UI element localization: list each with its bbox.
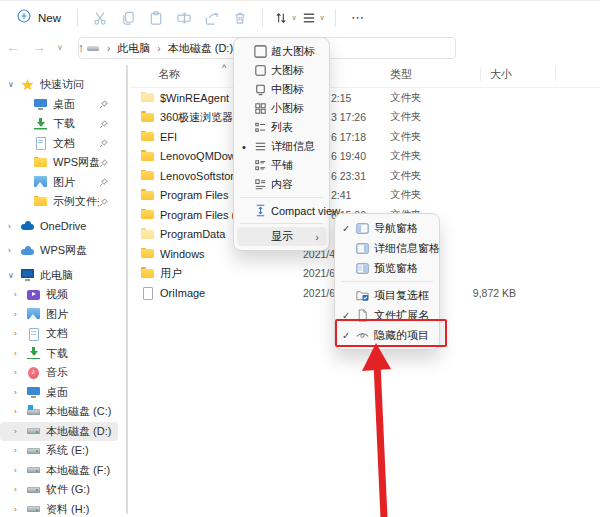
sidebar-item[interactable]: › 文档 (0, 324, 118, 344)
file-name: Program Files (160, 189, 228, 201)
sidebar-item-label: 资料 (H:) (46, 502, 118, 517)
back-button[interactable]: ← (0, 40, 26, 55)
file-row[interactable]: EFI 6 17:18 文件夹 (130, 127, 600, 147)
breadcrumb-local-disk-d[interactable]: 本地磁盘 (D:) (168, 41, 233, 56)
sidebar-item-label: 音乐 (46, 365, 118, 380)
expander-chevron-icon[interactable]: › (14, 407, 27, 416)
sidebar-item[interactable]: 图片 (0, 173, 118, 193)
sidebar-item[interactable]: › 本地磁盘 (C:) (0, 402, 118, 422)
sidebar-item-icon (27, 503, 40, 515)
expander-chevron-icon[interactable]: › (14, 368, 27, 377)
menu-item-medium-icons[interactable]: 中图标 (237, 80, 326, 99)
pin-icon (99, 95, 108, 113)
new-button[interactable]: New (8, 5, 69, 31)
sidebar-scrollbar[interactable] (126, 65, 128, 514)
menu-item-extra-large-icons[interactable]: 超大图标 (237, 42, 326, 61)
rename-button[interactable] (170, 6, 198, 30)
sidebar-item-icon (27, 308, 40, 320)
menu-item-details[interactable]: • 详细信息 (237, 137, 326, 156)
sidebar-item-label: 此电脑 (40, 268, 118, 283)
sidebar-item[interactable]: 文档 (0, 134, 118, 154)
sidebar-item[interactable]: › 视频 (0, 285, 118, 305)
expander-chevron-icon[interactable]: › (14, 427, 27, 436)
delete-button[interactable] (226, 6, 254, 30)
sidebar-item-icon (27, 406, 40, 418)
submenu-item-details-pane[interactable]: 详细信息窗格 (338, 238, 436, 258)
menu-item-show[interactable]: 显示 › (237, 227, 326, 246)
sidebar-item[interactable]: › WPS网盘 (0, 241, 118, 261)
pin-icon (99, 193, 108, 211)
expander-chevron-icon[interactable]: › (14, 466, 27, 475)
sidebar-item[interactable]: ∨ 此电脑 (0, 266, 118, 286)
expander-chevron-icon[interactable]: › (8, 222, 21, 231)
more-button[interactable]: ⋯ (344, 6, 372, 30)
column-header-name[interactable]: 名称 (158, 67, 180, 82)
expander-chevron-icon[interactable]: › (8, 246, 21, 255)
share-button[interactable] (198, 6, 226, 30)
submenu-item-preview-pane[interactable]: 预览窗格 (338, 258, 436, 278)
highlight-box (335, 319, 447, 347)
sidebar-item[interactable]: › 桌面 (0, 383, 118, 403)
sidebar-item[interactable]: 下载 (0, 114, 118, 134)
sidebar-item[interactable]: › 音乐 (0, 363, 118, 383)
menu-item-large-icons[interactable]: 大图标 (237, 61, 326, 80)
sidebar-item[interactable]: 示例文件夹 (0, 192, 118, 212)
sidebar-item[interactable]: WPS网盘 (0, 153, 118, 173)
details-view-icon (253, 139, 271, 154)
column-header-size[interactable]: 大小 (490, 67, 512, 82)
menu-item-content[interactable]: 内容 (237, 175, 326, 194)
menu-item-list[interactable]: 列表 (237, 118, 326, 137)
sidebar-item[interactable]: › 本地磁盘 (D:) (0, 422, 118, 442)
file-row[interactable]: LenovoSoftstore 6 23:31 文件夹 (130, 166, 600, 186)
menu-item-tiles[interactable]: 平铺 (237, 156, 326, 175)
sidebar-item[interactable]: ∨ 快速访问 (0, 75, 118, 95)
file-type: 文件夹 (390, 188, 422, 202)
file-row[interactable]: Program Files 2:41 文件夹 (130, 186, 600, 206)
menu-item-small-icons[interactable]: 小图标 (237, 99, 326, 118)
sidebar-item[interactable]: › 图片 (0, 305, 118, 325)
expander-chevron-icon[interactable]: › (14, 310, 27, 319)
expander-chevron-icon[interactable]: › (14, 388, 27, 397)
file-name: $WinREAgent (160, 92, 229, 104)
file-type: 文件夹 (390, 130, 422, 144)
submenu-item-navigation-pane[interactable]: ✓ 导航窗格 (338, 218, 436, 238)
sidebar-item-icon (27, 289, 40, 301)
sidebar-item[interactable]: › OneDrive (0, 217, 118, 237)
sidebar-item[interactable]: › 本地磁盘 (F:) (0, 461, 118, 481)
file-row[interactable]: 360极速浏览器下载 3 17:26 文件夹 (130, 108, 600, 128)
sidebar-item-label: 视频 (46, 287, 118, 302)
breadcrumb-this-pc[interactable]: 此电脑 (117, 41, 150, 56)
sidebar-item[interactable]: › 下载 (0, 344, 118, 364)
view-button[interactable]: ∨ (299, 6, 327, 30)
sidebar-item[interactable]: › 资料 (H:) (0, 500, 118, 517)
menu-item-compact-view[interactable]: Compact view (237, 201, 326, 220)
sidebar-item[interactable]: › 软件 (G:) (0, 480, 118, 500)
sidebar-item[interactable]: › 系统 (E:) (0, 441, 118, 461)
large-icons-icon (253, 63, 271, 78)
sidebar-item-label: OneDrive (40, 220, 118, 232)
paste-button[interactable] (142, 6, 170, 30)
expander-chevron-icon[interactable]: › (14, 485, 27, 494)
column-header-type[interactable]: 类型 (390, 67, 412, 82)
sidebar-item-label: 下载 (53, 116, 99, 131)
expander-chevron-icon[interactable]: ∨ (8, 80, 21, 89)
expander-chevron-icon[interactable]: › (14, 329, 27, 338)
expander-chevron-icon[interactable]: › (14, 505, 27, 514)
recent-locations-chevron[interactable]: ∨ (52, 43, 68, 52)
cut-button[interactable] (86, 6, 114, 30)
forward-button[interactable]: → (26, 40, 52, 55)
breadcrumb-chevron-icon: › (155, 43, 162, 54)
expander-chevron-icon[interactable]: › (14, 290, 27, 299)
file-row[interactable]: $WinREAgent 2:15 文件夹 (130, 88, 600, 108)
expander-chevron-icon[interactable]: ∨ (8, 271, 21, 280)
copy-button[interactable] (114, 6, 142, 30)
expander-chevron-icon[interactable]: › (14, 349, 27, 358)
expander-chevron-icon[interactable]: › (14, 446, 27, 455)
pin-icon (99, 154, 108, 172)
file-icon (141, 131, 154, 143)
file-icon (141, 228, 154, 240)
sidebar-item[interactable]: 桌面 (0, 95, 118, 115)
submenu-item-item-checkboxes[interactable]: 项目复选框 (338, 285, 436, 305)
sort-button[interactable]: ∨ (271, 6, 299, 30)
file-row[interactable]: LenovoQMDownload 6 19:40 文件夹 (130, 147, 600, 167)
